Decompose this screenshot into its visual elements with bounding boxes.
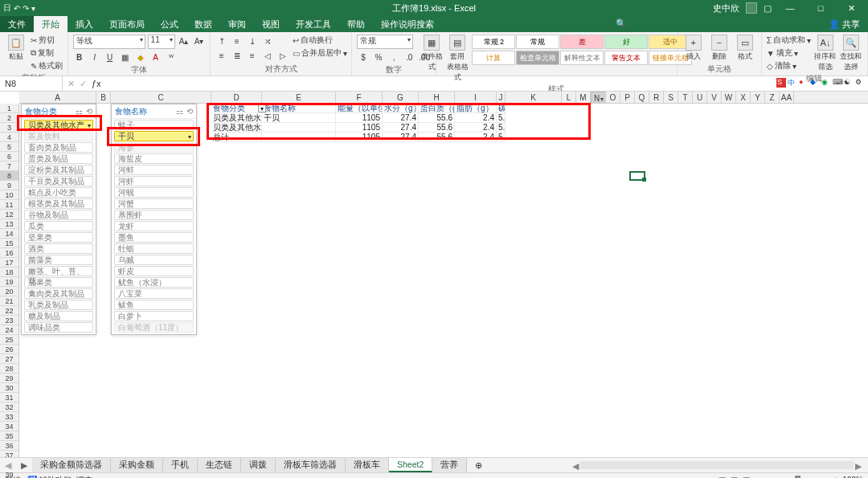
tab-开发工具[interactable]: 开发工具 <box>288 16 339 32</box>
conditional-format-button[interactable]: ▦条件格式 <box>420 35 443 72</box>
slicer-item[interactable]: 茶及饮料 <box>24 131 93 141</box>
clear-filter-icon[interactable]: ⟲ <box>86 107 92 116</box>
ribbon-options-icon[interactable]: ▢ <box>764 3 772 14</box>
slicer-item[interactable]: 牡蛎 <box>114 243 194 254</box>
wrap-text-button[interactable]: ↩ 自动换行 <box>293 35 347 46</box>
style-item[interactable]: 检查单元格 <box>516 51 559 65</box>
align-middle-icon[interactable]: ≡ <box>231 35 244 47</box>
font-color-button[interactable]: A <box>149 51 162 63</box>
percent-icon[interactable]: % <box>372 51 385 63</box>
delete-cells-button[interactable]: −删除 <box>708 35 731 62</box>
share-button[interactable]: 👤 共享 <box>821 16 868 32</box>
decrease-font-icon[interactable]: A▾ <box>193 35 206 47</box>
slicer-item[interactable]: 调味品类 <box>24 322 93 333</box>
slicer-item[interactable]: 河虾 <box>114 176 194 186</box>
slicer-item[interactable]: 基围虾 <box>114 210 194 220</box>
underline-button[interactable]: U <box>104 51 117 63</box>
paste-button[interactable]: 📋粘贴 <box>5 35 27 62</box>
slicer-item[interactable]: 干豆类及其制品 <box>24 176 93 186</box>
sheet-tab[interactable]: 手机 <box>163 458 198 472</box>
orientation-icon[interactable]: ⤭ <box>261 35 274 47</box>
style-item[interactable]: 警告文本 <box>604 51 648 65</box>
sheet-tab[interactable]: 采购金额 <box>111 458 163 472</box>
format-painter-button[interactable]: ✎ 格式刷 <box>31 60 63 71</box>
qat-save-icon[interactable]: 日 <box>3 2 11 14</box>
slicer-item[interactable]: 河蚌 <box>114 165 194 175</box>
sheet-tab[interactable]: 采购金额筛选器 <box>32 458 111 472</box>
clear-filter-icon[interactable]: ⟲ <box>186 107 193 116</box>
filter-dropdown-icon[interactable]: ▾ <box>258 104 266 112</box>
align-top-icon[interactable]: ⤒ <box>215 35 228 47</box>
slicer-item[interactable]: 糕点及小吃类 <box>24 187 93 198</box>
slicer-item[interactable]: 根茎类及其制品 <box>24 198 93 209</box>
increase-font-icon[interactable]: A▴ <box>178 35 190 47</box>
slicer-food-category[interactable]: 食物分类⚏⟲ 贝类及其他水产茶及饮料畜肉类及制品蛋类及制品淀粉类及其制品干豆类及… <box>21 104 96 335</box>
phonetic-button[interactable]: ᵂ <box>165 51 178 63</box>
copy-button[interactable]: ⧉ 复制 <box>31 47 63 59</box>
slicer-item[interactable]: 鱿鱼（水浸） <box>114 277 194 288</box>
tab-开始[interactable]: 开始 <box>34 16 68 32</box>
sheet-tab[interactable]: 滑板车 <box>346 458 389 472</box>
tab-视图[interactable]: 视图 <box>254 16 288 32</box>
tell-me-search[interactable]: 🔍 <box>616 18 627 29</box>
bold-button[interactable]: B <box>73 51 86 63</box>
add-sheet-button[interactable]: ⊕ <box>467 460 490 470</box>
confirm-edit-icon[interactable]: ✓ <box>80 79 87 89</box>
slicer-food-name[interactable]: 食物名称⚏⟲ 蛏子干贝海参海蜇皮河蚌河虾河蚬河蟹基围虾龙虾墨鱼牡蛎乌贼虾皮鱿鱼（… <box>111 104 197 335</box>
close-button[interactable]: ✕ <box>839 0 863 16</box>
increase-decimal-icon[interactable]: .0 <box>403 51 416 63</box>
tab-帮助[interactable]: 帮助 <box>339 16 373 32</box>
style-item[interactable]: 计算 <box>472 51 515 65</box>
clear-button[interactable]: ◇ 清除 ▾ <box>767 60 811 71</box>
slicer-item[interactable]: 河蟹 <box>114 198 194 209</box>
format-as-table-button[interactable]: ▤套用 表格格式 <box>446 35 469 83</box>
cell-styles-gallery[interactable]: 常规 2常规差好适中计算检查单元格解释性文本警告文本链接单元格 <box>472 35 692 65</box>
font-size-select[interactable]: 11 <box>148 35 175 49</box>
align-bottom-icon[interactable]: ⤓ <box>246 35 259 47</box>
tab-插入[interactable]: 插入 <box>68 16 101 32</box>
currency-icon[interactable]: $ <box>357 51 370 63</box>
multiselect-icon[interactable]: ⚏ <box>176 107 183 116</box>
cancel-edit-icon[interactable]: ✕ <box>68 79 75 89</box>
qat-redo-icon[interactable]: ↷ <box>23 4 29 13</box>
tab-操作说明搜索[interactable]: 操作说明搜索 <box>373 16 442 32</box>
hscroll-right-icon[interactable]: ▶ <box>855 461 862 471</box>
border-button[interactable]: ▦ <box>119 51 132 63</box>
slicer-item[interactable]: 茄果类 <box>24 277 93 288</box>
indent-decrease-icon[interactable]: ◁ <box>261 49 274 62</box>
slicer-item[interactable]: 干贝 <box>114 131 194 141</box>
style-item[interactable]: 解释性文本 <box>560 51 604 65</box>
fx-icon[interactable]: ƒx <box>92 79 101 88</box>
sheet-tab[interactable]: 生态链 <box>198 458 241 472</box>
accessibility-status[interactable]: ♿ 辅助功能: 调查 <box>27 476 92 479</box>
slicer-item[interactable]: 虾皮 <box>114 266 194 276</box>
slicer-item[interactable]: 菌藻类 <box>24 255 93 265</box>
qat-dropdown-icon[interactable]: ▾ <box>31 4 35 13</box>
slicer-item[interactable]: 淀粉类及其制品 <box>24 165 93 175</box>
align-left-icon[interactable]: ≡ <box>215 49 228 62</box>
style-item[interactable]: 好 <box>604 35 648 49</box>
slicer-item[interactable]: 白萝卜 <box>114 311 194 321</box>
slicer-item[interactable]: 鲅鱼 <box>114 300 194 310</box>
style-item[interactable]: 常规 2 <box>472 35 515 49</box>
slicer-item[interactable]: 糖及制品 <box>24 311 93 321</box>
cut-button[interactable]: ✂ 剪切 <box>31 35 63 46</box>
autosum-button[interactable]: Σ 自动求和 ▾ <box>767 35 811 46</box>
fill-button[interactable]: ▼ 填充 ▾ <box>767 47 811 59</box>
style-item[interactable]: 差 <box>560 35 604 49</box>
merge-center-button[interactable]: ▭ 合并后居中 ▾ <box>293 47 347 59</box>
slicer-item[interactable]: 贝类及其他水产 <box>24 120 93 130</box>
slicer-item[interactable]: 墨鱼 <box>114 232 194 243</box>
slicer-item[interactable]: 蛋类及制品 <box>24 153 93 164</box>
slicer-item[interactable]: 龙虾 <box>114 221 194 231</box>
indent-increase-icon[interactable]: ▷ <box>276 49 289 62</box>
slicer-item[interactable]: 瓜类 <box>24 221 93 231</box>
slicer-item[interactable]: 蛏子 <box>114 120 194 130</box>
name-box[interactable]: N8 <box>0 76 63 91</box>
multiselect-icon[interactable]: ⚏ <box>76 107 83 116</box>
slicer-item[interactable]: 嫩茎、叶、苔、花… <box>24 266 93 276</box>
sheet-nav-next-icon[interactable]: ▶ <box>16 460 32 470</box>
qat-undo-icon[interactable]: ↶ <box>14 4 20 13</box>
align-right-icon[interactable]: ≡ <box>246 49 259 62</box>
slicer-item[interactable]: 谷物及制品 <box>24 210 93 220</box>
